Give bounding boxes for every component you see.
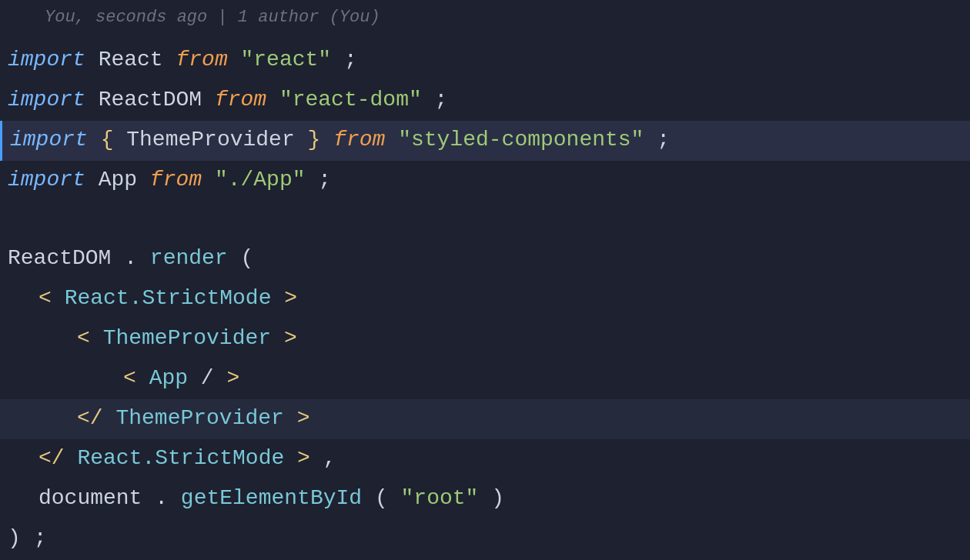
string-literal: "react" bbox=[241, 48, 332, 72]
jsx-bracket: </ bbox=[77, 406, 103, 430]
code-plain: ThemeProvider bbox=[126, 128, 307, 152]
code-line: </ React.StrictMode > , bbox=[0, 439, 970, 479]
method-name: render bbox=[150, 246, 228, 270]
code-line: import React from "react" ; bbox=[0, 41, 970, 81]
code-text: import React from "react" ; bbox=[0, 43, 970, 78]
code-text: import ReactDOM from "react-dom" ; bbox=[0, 83, 970, 118]
code-text: < ThemeProvider > bbox=[0, 322, 970, 356]
code-plain: ReactDOM bbox=[99, 88, 215, 112]
code-line: ReactDOM . render ( bbox=[0, 239, 970, 279]
code-plain: ; bbox=[657, 128, 670, 152]
code-text: < React.StrictMode > bbox=[0, 282, 970, 316]
method-name: getElementById bbox=[181, 486, 362, 510]
code-text: </ ThemeProvider > bbox=[0, 402, 970, 436]
code-plain: App bbox=[99, 168, 150, 192]
keyword-from: from bbox=[150, 168, 202, 192]
keyword-import: import bbox=[8, 48, 85, 72]
keyword-import: import bbox=[8, 88, 85, 112]
code-line: import ReactDOM from "react-dom" ; bbox=[0, 81, 970, 121]
jsx-tag: App bbox=[149, 366, 201, 390]
code-line-highlighted: import { ThemeProvider } from "styled-co… bbox=[0, 121, 970, 161]
jsx-bracket: </ bbox=[38, 446, 65, 470]
jsx-bracket: > bbox=[226, 366, 239, 390]
code-plain: . bbox=[124, 246, 137, 270]
code-line: import App from "./App" ; bbox=[0, 161, 970, 201]
code-plain: ) bbox=[8, 526, 21, 550]
code-plain: document bbox=[38, 486, 142, 510]
jsx-tag: React.StrictMode bbox=[77, 446, 284, 470]
code-container: import React from "react" ; import React… bbox=[0, 41, 970, 559]
jsx-tag: React.StrictMode bbox=[65, 286, 272, 310]
jsx-tag: ThemeProvider bbox=[115, 406, 283, 430]
code-text: ReactDOM . render ( bbox=[0, 242, 970, 276]
blame-annotation bbox=[939, 416, 970, 422]
jsx-bracket: > bbox=[297, 446, 310, 470]
code-plain: ( bbox=[375, 486, 388, 510]
string-literal: "root" bbox=[401, 486, 479, 510]
code-line: < App / > bbox=[0, 359, 970, 399]
jsx-bracket: < bbox=[77, 326, 90, 350]
code-plain: React bbox=[99, 48, 176, 72]
keyword-from: from bbox=[215, 88, 266, 112]
code-text: import App from "./App" ; bbox=[0, 163, 970, 198]
code-editor: You, seconds ago | 1 author (You) import… bbox=[0, 0, 970, 560]
code-plain: . bbox=[155, 486, 168, 510]
jsx-bracket: < bbox=[123, 366, 136, 390]
code-line: < React.StrictMode > bbox=[0, 279, 970, 319]
string-literal: "react-dom" bbox=[279, 88, 422, 112]
code-plain: , bbox=[323, 446, 336, 470]
jsx-bracket: > bbox=[284, 286, 297, 310]
code-text: import { ThemeProvider } from "styled-co… bbox=[2, 123, 970, 158]
code-plain: ( bbox=[241, 246, 254, 270]
code-plain: ; bbox=[318, 168, 331, 192]
jsx-bracket: > bbox=[284, 326, 297, 350]
blame-header: You, seconds ago | 1 author (You) bbox=[0, 0, 970, 41]
code-plain: ) bbox=[491, 486, 504, 510]
jsx-bracket: > bbox=[297, 406, 310, 430]
keyword-from: from bbox=[333, 128, 385, 152]
keyword-import: import bbox=[10, 128, 88, 152]
code-plain: / bbox=[201, 366, 214, 390]
jsx-tag: ThemeProvider bbox=[103, 326, 271, 350]
empty-line bbox=[0, 201, 970, 239]
code-plain: ; bbox=[435, 88, 448, 112]
code-text: < App / > bbox=[0, 362, 970, 396]
code-text bbox=[0, 202, 970, 237]
code-plain: ; bbox=[344, 48, 357, 72]
brace: } bbox=[308, 128, 321, 152]
code-text: </ React.StrictMode > , bbox=[0, 442, 970, 476]
code-line-blame: </ ThemeProvider > bbox=[0, 399, 970, 439]
code-text: document . getElementById ( "root" ) bbox=[0, 482, 970, 516]
code-plain: ; bbox=[34, 526, 47, 550]
code-line: < ThemeProvider > bbox=[0, 319, 970, 359]
code-text: ) ; bbox=[0, 522, 970, 556]
brace: { bbox=[101, 128, 114, 152]
code-line: document . getElementById ( "root" ) bbox=[0, 479, 970, 519]
string-literal: "./App" bbox=[215, 168, 306, 192]
keyword-from: from bbox=[176, 48, 227, 72]
string-literal: "styled-components" bbox=[398, 128, 644, 152]
jsx-bracket: < bbox=[38, 286, 52, 310]
keyword-import: import bbox=[8, 168, 85, 192]
code-line: ) ; bbox=[0, 519, 970, 559]
code-plain: ReactDOM bbox=[8, 246, 111, 270]
